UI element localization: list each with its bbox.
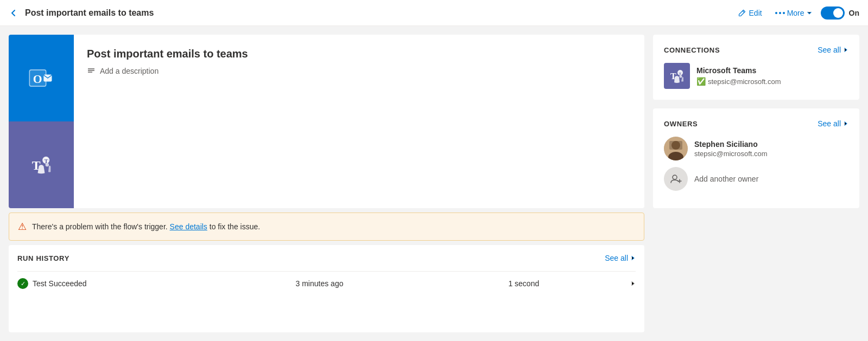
svg-rect-18 xyxy=(669,141,682,150)
owner-info: Stephen Siciliano stepsic@microsoft.com xyxy=(694,140,768,158)
success-icon: ✓ xyxy=(17,278,28,289)
run-time: 3 minutes ago xyxy=(221,279,417,288)
outlook-icon: O xyxy=(27,64,55,92)
run-row-chevron[interactable] xyxy=(630,279,636,288)
svg-point-7 xyxy=(46,163,49,167)
run-history-title: RUN HISTORY xyxy=(17,254,69,262)
run-history-see-all[interactable]: See all xyxy=(605,254,636,262)
flow-card: O T T P xyxy=(9,35,644,208)
flow-icons-column: O T T xyxy=(9,35,74,208)
owner-avatar-image xyxy=(664,137,688,160)
owners-see-all[interactable]: See all xyxy=(818,119,848,128)
teams-icon-box-flow: T T xyxy=(9,121,74,208)
more-button[interactable]: More xyxy=(771,7,816,20)
run-history-row[interactable]: ✓ Test Succeeded 3 minutes ago 1 second xyxy=(17,271,636,295)
edit-button[interactable]: Edit xyxy=(734,7,766,20)
svg-point-14 xyxy=(680,75,682,78)
back-button[interactable] xyxy=(9,8,18,18)
add-owner-item[interactable]: Add another owner xyxy=(664,167,848,191)
description-icon xyxy=(87,67,96,75)
run-status: ✓ Test Succeeded xyxy=(17,278,213,289)
owner-email: stepsic@microsoft.com xyxy=(694,150,768,158)
main-layout: O T T P xyxy=(0,26,868,341)
add-owner-label-container: Add another owner xyxy=(694,175,758,183)
topbar: Post important emails to teams Edit More xyxy=(0,0,868,26)
svg-text:T: T xyxy=(44,158,48,164)
teams-icon-flow: T T xyxy=(27,151,55,179)
chevron-right-icon xyxy=(630,255,636,261)
connections-header: CONNECTIONS See all xyxy=(664,46,848,54)
connections-see-all[interactable]: See all xyxy=(818,46,848,54)
toggle-container: On xyxy=(821,7,859,20)
chevron-down-icon xyxy=(807,10,812,16)
page-title: Post important emails to teams xyxy=(25,8,734,18)
pencil-icon xyxy=(738,9,746,17)
owners-card: OWNERS See all xyxy=(653,108,859,208)
add-person-icon xyxy=(670,173,682,185)
owners-title: OWNERS xyxy=(664,120,698,128)
toggle-label: On xyxy=(849,9,859,17)
add-owner-icon xyxy=(664,167,688,191)
run-history-card: RUN HISTORY See all ✓ Test Succeeded 3 m… xyxy=(9,245,644,332)
flow-title: Post important emails to teams xyxy=(87,48,248,60)
add-description-link[interactable]: Add a description xyxy=(87,67,248,75)
connections-card: CONNECTIONS See all T T xyxy=(653,35,859,100)
warning-icon: ⚠ xyxy=(18,221,27,233)
flow-info: Post important emails to teams Add a des… xyxy=(74,35,261,208)
ellipsis-icon xyxy=(775,12,785,14)
chevron-right-icon-owners xyxy=(843,121,848,126)
connections-title: CONNECTIONS xyxy=(664,46,720,54)
left-panel: O T T P xyxy=(9,35,644,332)
topbar-actions: Edit More On xyxy=(734,7,859,20)
connection-item: T T Microsoft Teams ✅ stepsic@microsoft.… xyxy=(664,63,848,89)
svg-point-19 xyxy=(673,175,677,179)
description-placeholder: Add a description xyxy=(100,67,159,75)
warning-text: There's a problem with the flow's trigge… xyxy=(32,222,260,231)
warning-banner: ⚠ There's a problem with the flow's trig… xyxy=(9,213,644,241)
connection-name: Microsoft Teams xyxy=(696,66,781,75)
owner-name: Stephen Siciliano xyxy=(694,140,768,149)
on-off-toggle[interactable] xyxy=(821,7,845,20)
add-owner-label: Add another owner xyxy=(694,175,758,183)
run-duration: 1 second xyxy=(426,279,622,288)
chevron-right-icon-connections xyxy=(843,47,848,53)
see-details-link[interactable]: See details xyxy=(170,222,207,231)
teams-logo-icon: T T xyxy=(668,67,686,85)
right-panel: CONNECTIONS See all T T xyxy=(653,35,859,332)
outlook-icon-box: O xyxy=(9,35,74,121)
owner-item: Stephen Siciliano stepsic@microsoft.com xyxy=(664,137,848,160)
verified-icon: ✅ xyxy=(696,77,706,86)
connection-info: Microsoft Teams ✅ stepsic@microsoft.com xyxy=(696,66,781,86)
teams-connection-icon: T T xyxy=(664,63,690,89)
owner-avatar xyxy=(664,137,688,160)
svg-text:O: O xyxy=(33,73,42,86)
owners-header: OWNERS See all xyxy=(664,119,848,128)
connection-account: ✅ stepsic@microsoft.com xyxy=(696,77,781,86)
run-history-header: RUN HISTORY See all xyxy=(17,254,636,262)
